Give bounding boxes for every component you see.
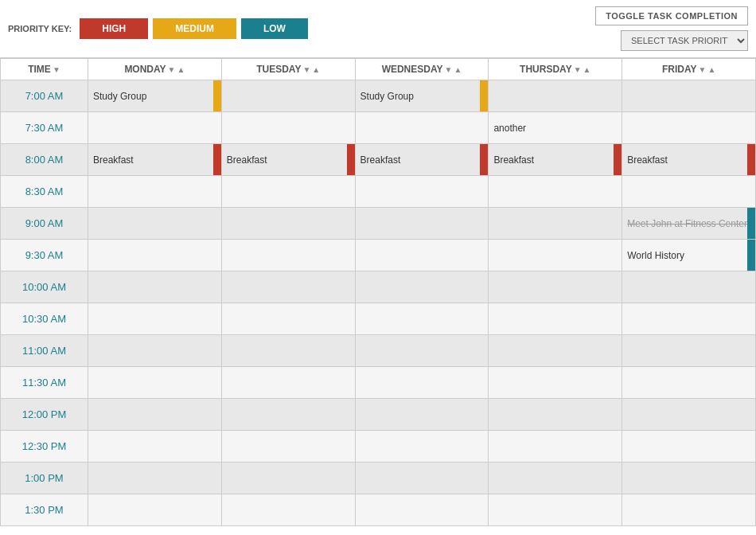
event-cell-monday[interactable] (88, 431, 222, 463)
event-cell-wednesday[interactable] (355, 208, 489, 240)
event-cell-thursday[interactable] (489, 463, 622, 494)
event-cell-friday[interactable] (622, 335, 756, 367)
time-filter-icon[interactable]: ▼ (53, 65, 60, 74)
event-cell-tuesday[interactable] (221, 80, 355, 112)
event-cell-tuesday[interactable] (221, 271, 355, 303)
event-cell-monday[interactable] (88, 271, 222, 303)
monday-filter-icon-1[interactable]: ▼ (168, 65, 176, 74)
event-cell-thursday[interactable] (489, 431, 622, 463)
event-cell-friday[interactable] (622, 399, 756, 431)
event-cell-tuesday[interactable] (221, 335, 355, 367)
event-cell-thursday[interactable] (489, 240, 622, 271)
monday-filter-icon-2[interactable]: ▲ (177, 65, 185, 74)
event-cell-tuesday[interactable] (221, 463, 355, 494)
event-label: World History (622, 250, 755, 261)
event-cell-friday[interactable] (622, 431, 756, 463)
event-label: Breakfast (88, 154, 221, 166)
thursday-filter-icon-2[interactable]: ▲ (583, 65, 591, 74)
event-cell-thursday[interactable] (489, 271, 622, 303)
friday-filter-icon-2[interactable]: ▲ (707, 65, 715, 74)
event-cell-thursday[interactable] (489, 494, 622, 526)
event-cell-thursday[interactable] (489, 303, 622, 335)
event-cell-monday[interactable] (88, 303, 222, 335)
event-label: Breakfast (489, 154, 622, 166)
event-cell-tuesday[interactable] (221, 494, 355, 526)
event-cell-wednesday[interactable] (355, 303, 489, 335)
time-cell: 8:00 AM (1, 144, 88, 176)
event-cell-wednesday[interactable] (355, 494, 489, 526)
event-cell-wednesday[interactable] (355, 240, 489, 271)
event-cell-tuesday[interactable] (221, 208, 355, 240)
event-cell-tuesday[interactable] (221, 367, 355, 399)
event-cell-monday[interactable] (88, 367, 222, 399)
event-cell-monday[interactable] (88, 240, 222, 271)
event-cell-monday[interactable] (88, 463, 222, 494)
time-cell: 1:30 PM (1, 494, 88, 526)
time-cell: 8:30 AM (1, 176, 88, 208)
event-cell-friday[interactable] (622, 112, 756, 144)
thursday-filter-icon-1[interactable]: ▼ (574, 65, 582, 74)
event-cell-wednesday[interactable] (355, 431, 489, 463)
event-cell-wednesday[interactable] (355, 112, 489, 144)
event-cell-thursday[interactable] (489, 399, 622, 431)
event-cell-monday[interactable] (88, 335, 222, 367)
event-cell-monday[interactable] (88, 494, 222, 526)
wednesday-filter-icon-2[interactable]: ▲ (454, 65, 462, 74)
event-cell-tuesday[interactable] (221, 303, 355, 335)
event-cell-monday[interactable] (88, 112, 222, 144)
calendar-wrapper: TIME ▼ MONDAY ▼ ▲ TUESDAY ▼ ▲ (0, 58, 756, 526)
event-cell-thursday[interactable] (489, 80, 622, 112)
event-cell-thursday[interactable]: Breakfast (489, 144, 622, 176)
event-cell-friday[interactable] (622, 463, 756, 494)
event-cell-wednesday[interactable] (355, 176, 489, 208)
tuesday-filter-icon-1[interactable]: ▼ (302, 65, 310, 74)
event-cell-wednesday[interactable]: Study Group (355, 80, 489, 112)
event-cell-friday[interactable] (622, 271, 756, 303)
event-cell-tuesday[interactable]: Breakfast (221, 144, 355, 176)
event-cell-wednesday[interactable] (355, 463, 489, 494)
event-cell-friday[interactable] (622, 494, 756, 526)
table-row: 9:00 AMMeet John at Fitness Center (1, 208, 756, 240)
event-priority-bar (213, 144, 221, 175)
thursday-col-label: THURSDAY (520, 64, 572, 75)
table-row: 12:00 PM (1, 399, 756, 431)
toggle-task-completion-button[interactable]: TOGGLE TASK COMPLETION (595, 6, 748, 25)
event-priority-bar (213, 80, 221, 111)
event-cell-thursday[interactable] (489, 176, 622, 208)
event-cell-monday[interactable] (88, 399, 222, 431)
event-cell-monday[interactable] (88, 176, 222, 208)
event-cell-friday[interactable] (622, 367, 756, 399)
time-cell: 9:00 AM (1, 208, 88, 240)
event-cell-wednesday[interactable] (355, 367, 489, 399)
event-cell-monday[interactable] (88, 208, 222, 240)
time-cell: 12:00 PM (1, 399, 88, 431)
event-cell-thursday[interactable] (489, 335, 622, 367)
event-cell-tuesday[interactable] (221, 176, 355, 208)
event-cell-wednesday[interactable] (355, 399, 489, 431)
event-cell-tuesday[interactable] (221, 399, 355, 431)
event-cell-friday[interactable]: World History (622, 240, 756, 271)
event-cell-friday[interactable] (622, 80, 756, 112)
wednesday-filter-icon-1[interactable]: ▼ (445, 65, 453, 74)
event-cell-monday[interactable]: Breakfast (88, 144, 222, 176)
event-cell-wednesday[interactable] (355, 335, 489, 367)
event-cell-friday[interactable] (622, 176, 756, 208)
select-task-priority[interactable]: SELECT TASK PRIORITY HIGH MEDIUM LOW (621, 30, 748, 51)
event-cell-thursday[interactable] (489, 367, 622, 399)
time-cell: 10:30 AM (1, 303, 88, 335)
event-cell-friday[interactable]: Breakfast (622, 144, 756, 176)
friday-filter-icon-1[interactable]: ▼ (698, 65, 706, 74)
event-cell-thursday[interactable]: another (489, 112, 622, 144)
event-cell-wednesday[interactable] (355, 271, 489, 303)
event-cell-friday[interactable] (622, 303, 756, 335)
event-cell-thursday[interactable] (489, 208, 622, 240)
event-cell-monday[interactable]: Study Group (88, 80, 222, 112)
event-cell-tuesday[interactable] (221, 112, 355, 144)
top-bar: PRIORITY KEY: HIGH MEDIUM LOW TOGGLE TAS… (0, 0, 756, 58)
tuesday-filter-icon-2[interactable]: ▲ (312, 65, 320, 74)
event-cell-wednesday[interactable]: Breakfast (355, 144, 489, 176)
event-cell-tuesday[interactable] (221, 240, 355, 271)
event-cell-friday[interactable]: Meet John at Fitness Center (622, 208, 756, 240)
event-cell-tuesday[interactable] (221, 431, 355, 463)
friday-col-label: FRIDAY (662, 64, 697, 75)
